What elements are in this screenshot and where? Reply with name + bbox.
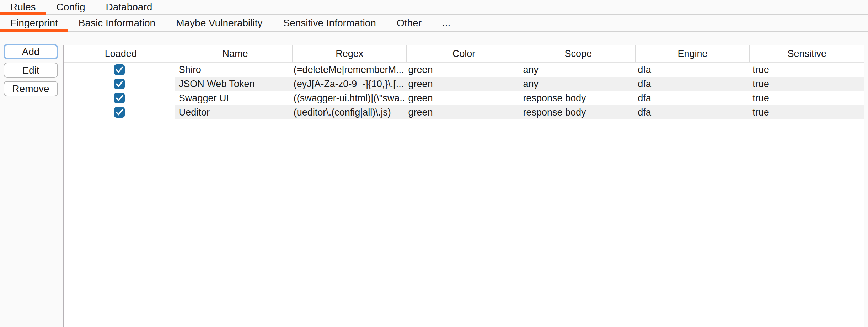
subtab-more[interactable]: ... [432,15,461,31]
color-cell: green [405,91,520,105]
regex-cell: (ueditor\.(config|all)\.js) [290,105,405,119]
color-cell: green [405,77,520,91]
column-header-scope[interactable]: Scope [521,45,636,62]
remove-button[interactable]: Remove [4,81,58,96]
subtab-maybe-vulnerability-label: Maybe Vulnerability [176,17,262,29]
checkbox-checked-icon[interactable] [114,93,125,103]
subtab-fingerprint-label: Fingerprint [10,17,58,29]
regex-cell: (eyJ[A-Za-z0-9_-]{10,}\.[... [290,77,405,91]
subtab-maybe-vulnerability[interactable]: Maybe Vulnerability [166,15,273,31]
tab-config[interactable]: Config [46,0,96,14]
sensitive-cell: true [749,63,864,77]
tab-config-label: Config [57,1,85,13]
loaded-cell [64,105,175,119]
loaded-cell [64,91,175,105]
fingerprint-rules-table: Loaded Name Regex Color Scope Engine Sen… [63,45,864,327]
subtab-sensitive-information[interactable]: Sensitive Information [273,15,386,31]
add-button[interactable]: Add [4,44,58,59]
subtab-basic-information[interactable]: Basic Information [68,15,166,31]
subtab-fingerprint[interactable]: Fingerprint [0,15,68,31]
engine-cell: dfa [634,91,749,105]
loaded-cell [64,63,175,77]
main-tabbar: Rules Config Databoard [0,0,868,15]
name-cell: Swagger UI [175,91,290,105]
column-header-regex[interactable]: Regex [293,45,407,62]
column-header-sensitive[interactable]: Sensitive [750,45,864,62]
tab-databoard[interactable]: Databoard [96,0,163,14]
subtab-basic-information-label: Basic Information [79,17,155,29]
column-header-loaded[interactable]: Loaded [64,45,178,62]
checkbox-checked-icon[interactable] [114,107,125,118]
tab-databoard-label: Databoard [106,1,152,13]
subtab-sensitive-information-label: Sensitive Information [283,17,376,29]
color-cell: green [405,105,520,119]
checkbox-checked-icon[interactable] [114,79,125,89]
regex-cell: ((swagger-ui.html)|(\"swa... [290,91,405,105]
subtab-other-label: Other [397,17,422,29]
table-header-row: Loaded Name Regex Color Scope Engine Sen… [64,45,864,63]
scope-cell: response body [519,105,634,119]
column-header-engine[interactable]: Engine [636,45,750,62]
engine-cell: dfa [634,63,749,77]
name-cell: Ueditor [175,105,290,119]
regex-cell: (=deleteMe|rememberM... [290,63,405,77]
edit-button[interactable]: Edit [4,63,58,78]
name-cell: JSON Web Token [175,77,290,91]
sensitive-cell: true [749,91,864,105]
tab-rules-label: Rules [10,1,36,13]
name-cell: Shiro [175,63,290,77]
tab-rules[interactable]: Rules [0,0,46,14]
actions-panel: Add Edit Remove [0,33,63,327]
checkbox-checked-icon[interactable] [114,64,125,75]
scope-cell: any [519,63,634,77]
table-row[interactable]: Ueditor (ueditor\.(config|all)\.js) gree… [64,105,864,119]
scope-cell: any [519,77,634,91]
scope-cell: response body [519,91,634,105]
color-cell: green [405,63,520,77]
table-row[interactable]: Shiro (=deleteMe|rememberM... green any … [64,63,864,77]
subtab-other[interactable]: Other [386,15,432,31]
sensitive-cell: true [749,105,864,119]
column-header-color[interactable]: Color [407,45,521,62]
sensitive-cell: true [749,77,864,91]
subtab-more-label: ... [442,17,450,29]
table-row[interactable]: JSON Web Token (eyJ[A-Za-z0-9_-]{10,}\.[… [64,77,864,91]
rules-sub-tabbar: Fingerprint Basic Information Maybe Vuln… [0,15,868,32]
engine-cell: dfa [634,77,749,91]
engine-cell: dfa [634,105,749,119]
column-header-name[interactable]: Name [178,45,293,62]
loaded-cell [64,77,175,91]
table-row[interactable]: Swagger UI ((swagger-ui.html)|(\"swa... … [64,91,864,105]
